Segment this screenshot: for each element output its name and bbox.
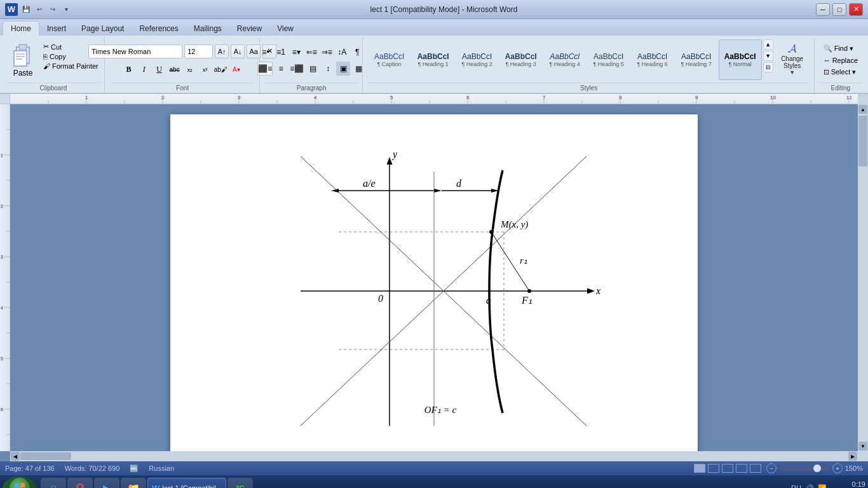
start-button[interactable] [3, 477, 37, 488]
align-right-btn[interactable]: ≡⬛ [289, 62, 304, 76]
style-heading6[interactable]: AaBbCcI ¶ Heading 6 [631, 39, 674, 80]
show-marks-btn[interactable]: ¶ [350, 45, 364, 59]
customize-quick-btn[interactable]: ▾ [60, 4, 72, 15]
full-screen-btn[interactable] [708, 464, 719, 473]
bullets-btn[interactable]: ≡• [259, 45, 273, 59]
taskbar-folder-btn[interactable]: 📁 [121, 478, 146, 488]
h-scroll-thumb[interactable] [20, 452, 71, 460]
status-bar: Page: 47 of 136 Words: 70/22 690 🔤 Russi… [0, 461, 868, 475]
superscript-btn[interactable]: x² [198, 63, 212, 77]
taskbar-3g-btn[interactable]: 3G [227, 478, 253, 488]
style-heading5[interactable]: AaBbCcI ¶ Heading 5 [587, 39, 630, 80]
style-heading4[interactable]: AaBbCcl ¶ Heading 4 [543, 39, 587, 80]
tab-mailings[interactable]: Mailings [186, 22, 229, 36]
scroll-down-btn[interactable]: ▼ [858, 442, 867, 451]
bold-btn[interactable]: B [122, 63, 136, 77]
multilevel-btn[interactable]: ≡▾ [289, 45, 303, 59]
increase-indent-btn[interactable]: ⇒≡ [320, 45, 334, 59]
sort-btn[interactable]: ↕A [335, 45, 349, 59]
scroll-track[interactable] [858, 114, 868, 441]
taskbar-media-btn[interactable]: ▶ [94, 478, 119, 488]
taskbar-ie-btn[interactable]: e [41, 478, 66, 488]
strikethrough-btn[interactable]: abc [168, 63, 182, 77]
find-button[interactable]: 🔍 Find ▾ [820, 43, 857, 54]
ruler-horizontal: 1 2 3 4 5 6 7 8 9 [10, 94, 858, 104]
font-size-input[interactable] [184, 44, 213, 58]
h1-label: ¶ Heading 1 [417, 61, 448, 67]
style-heading7[interactable]: AaBbCcI ¶ Heading 7 [675, 39, 718, 80]
scrollbar-vertical[interactable]: ▲ ▼ [858, 104, 868, 451]
svg-text:d: d [456, 178, 462, 189]
shrink-font-btn[interactable]: A↓ [231, 44, 245, 58]
shading-btn[interactable]: ▣ [336, 62, 350, 76]
scroll-up-btn[interactable]: ▲ [858, 105, 867, 114]
outline-btn[interactable] [736, 464, 747, 473]
decrease-indent-btn[interactable]: ⇐≡ [304, 45, 318, 59]
editing-label: Editing [820, 83, 862, 93]
align-left-btn[interactable]: ⬛≡ [257, 62, 273, 76]
change-styles-button[interactable]: 𝓐 Change Styles ▼ [775, 39, 810, 78]
subscript-btn[interactable]: x₂ [183, 63, 197, 77]
close-btn[interactable]: ✕ [849, 3, 863, 16]
tab-insert[interactable]: Insert [39, 22, 74, 36]
style-heading3[interactable]: AaBbCcI ¶ Heading 3 [499, 39, 543, 80]
draft-btn[interactable] [750, 464, 761, 473]
h5-label: ¶ Heading 5 [593, 61, 623, 67]
style-default[interactable]: AaBbCcI ¶ Normal [719, 39, 762, 80]
redo-quick-btn[interactable]: ↪ [47, 4, 58, 15]
underline-btn[interactable]: U [153, 63, 166, 77]
maximize-btn[interactable]: □ [832, 3, 846, 16]
styles-scroll-expand[interactable]: ⊟ [763, 62, 773, 72]
paste-button[interactable]: Paste [6, 42, 39, 79]
styles-scroll-down[interactable]: ▼ [763, 51, 773, 61]
title-bar-controls: ─ □ ✕ [816, 3, 863, 16]
style-heading2[interactable]: AaBbCcI ¶ Heading 2 [456, 39, 499, 80]
highlight-btn[interactable]: ab🖌 [214, 63, 228, 77]
align-center-btn[interactable]: ≡ [274, 62, 288, 76]
scroll-left-btn[interactable]: ◀ [11, 452, 20, 461]
taskbar: e O ▶ 📁 W lect 1 [Compatibil... 3G RU 🔊 … [0, 475, 868, 488]
styles-scroll-up[interactable]: ▲ [763, 39, 773, 50]
tab-references[interactable]: References [132, 22, 186, 36]
scroll-right-btn[interactable]: ▶ [848, 452, 857, 461]
minimize-btn[interactable]: ─ [816, 3, 830, 16]
font-name-input[interactable] [88, 44, 182, 58]
replace-button[interactable]: ↔ Replace [820, 55, 862, 65]
line-spacing-btn[interactable]: ↕ [321, 62, 335, 76]
justify-btn[interactable]: ▤ [306, 62, 320, 76]
zoom-thumb[interactable] [813, 464, 821, 472]
format-painter-button[interactable]: 🖌 Format Painter [41, 62, 100, 71]
taskbar-word-app[interactable]: W lect 1 [Compatibil... [147, 478, 226, 488]
tab-home[interactable]: Home [3, 21, 39, 36]
m-point [489, 230, 493, 234]
zoom-out-btn[interactable]: − [766, 463, 776, 473]
ruler-vertical: 1 2 3 4 5 6 7 [0, 104, 10, 451]
tab-review[interactable]: Review [229, 22, 269, 36]
word-icon: W [5, 3, 18, 16]
undo-quick-btn[interactable]: ↩ [34, 4, 45, 15]
font-color-btn[interactable]: A▾ [229, 63, 243, 77]
numbering-btn[interactable]: ≡1 [274, 45, 288, 59]
italic-btn[interactable]: I [137, 63, 151, 77]
print-layout-btn[interactable] [694, 464, 705, 473]
page-scroll[interactable]: a/e d r₁ y x [10, 104, 858, 451]
select-button[interactable]: ⊡ Select ▾ [820, 67, 860, 78]
web-layout-btn[interactable] [722, 464, 733, 473]
style-heading1[interactable]: AaBbCcI ¶ Heading 1 [412, 39, 455, 80]
change-styles-icon: 𝓐 [788, 42, 797, 55]
svg-text:1: 1 [85, 95, 88, 100]
styles-group-content: AaBbCcI ¶ Caption AaBbCcI ¶ Heading 1 Aa… [368, 39, 810, 81]
tab-view[interactable]: View [269, 22, 301, 36]
scroll-thumb[interactable] [858, 116, 867, 166]
style-caption[interactable]: AaBbCcI ¶ Caption [368, 39, 411, 80]
font-label: Font [110, 83, 255, 93]
save-quick-btn[interactable]: 💾 [20, 4, 32, 15]
taskbar-opera-btn[interactable]: O [67, 478, 93, 488]
windows-logo [10, 478, 30, 488]
h7-preview: AaBbCcI [681, 52, 711, 61]
zoom-in-btn[interactable]: + [832, 463, 843, 473]
zoom-slider[interactable] [779, 466, 830, 471]
scrollbar-horizontal[interactable]: ◀ ▶ [10, 451, 858, 461]
grow-font-btn[interactable]: A↑ [215, 44, 229, 58]
tab-page-layout[interactable]: Page Layout [74, 22, 132, 36]
